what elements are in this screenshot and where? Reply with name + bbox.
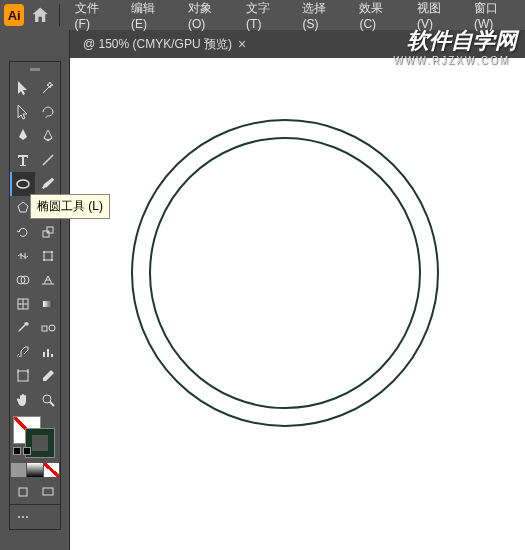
eyedropper-tool[interactable] [10,316,35,340]
svg-point-29 [18,516,20,518]
svg-rect-5 [47,227,53,233]
swap-default-icons[interactable] [13,447,31,455]
type-tool[interactable] [10,148,35,172]
tooltip: 椭圆工具 (L) [30,194,110,219]
color-mode-solid[interactable] [11,463,26,477]
rotate-tool[interactable] [10,220,35,244]
color-mode-none[interactable] [44,463,59,477]
app-logo: Ai [4,4,24,26]
home-icon[interactable] [30,4,50,26]
panel-grip[interactable] [10,62,60,76]
paintbrush-tool[interactable] [35,172,60,196]
svg-rect-17 [42,326,47,331]
pen-tool[interactable] [10,124,35,148]
menu-select[interactable]: 选择(S) [295,0,346,33]
column-graph-tool[interactable] [35,340,60,364]
fill-stroke-swatch[interactable] [10,412,60,462]
magic-wand-tool[interactable] [35,76,60,100]
free-transform-tool[interactable] [35,244,60,268]
edit-toolbar-icon[interactable] [10,505,35,529]
svg-point-31 [26,516,28,518]
perspective-grid-tool[interactable] [35,268,60,292]
svg-rect-22 [18,371,28,381]
tools-panel [10,62,60,529]
svg-point-25 [43,395,51,403]
lasso-tool[interactable] [35,100,60,124]
ellipse-tool[interactable] [10,172,35,196]
svg-point-30 [22,516,24,518]
watermark-url: WWW.RJZXW.COM [393,55,510,66]
shape-builder-tool[interactable] [10,268,35,292]
zoom-tool[interactable] [35,388,60,412]
scale-tool[interactable] [35,220,60,244]
svg-point-0 [132,120,438,426]
artwork [130,118,450,438]
svg-point-8 [51,251,53,253]
line-segment-tool[interactable] [35,148,60,172]
svg-rect-6 [44,252,52,260]
hand-tool[interactable] [10,388,35,412]
menu-edit[interactable]: 编辑(E) [124,0,175,33]
svg-point-10 [51,259,53,261]
svg-point-1 [150,138,420,408]
color-mode-gradient[interactable] [27,463,42,477]
svg-rect-27 [19,488,27,496]
svg-rect-20 [47,349,49,357]
draw-normal-icon[interactable] [10,480,35,504]
slice-tool[interactable] [35,364,60,388]
width-tool[interactable] [10,244,35,268]
svg-point-7 [43,251,45,253]
svg-point-9 [43,259,45,261]
canvas[interactable] [70,58,525,550]
svg-rect-21 [51,354,53,357]
svg-rect-19 [43,352,45,357]
menu-effect[interactable]: 效果(C) [352,0,404,33]
blend-tool[interactable] [35,316,60,340]
watermark-text: 软件自学网 [407,30,517,52]
svg-rect-16 [43,301,53,307]
svg-point-3 [17,180,29,188]
screen-mode-icon[interactable] [35,480,60,504]
selection-tool[interactable] [10,76,35,100]
svg-line-2 [43,155,53,165]
menu-object[interactable]: 对象(O) [181,0,233,33]
svg-line-26 [50,402,54,406]
menu-type[interactable]: 文字(T) [239,0,289,33]
mesh-tool[interactable] [10,292,35,316]
close-icon[interactable]: × [238,36,246,52]
menubar: Ai 文件(F) 编辑(E) 对象(O) 文字(T) 选择(S) 效果(C) 视… [0,0,525,30]
curvature-tool[interactable] [35,124,60,148]
gradient-tool[interactable] [35,292,60,316]
edit-toolbar[interactable] [10,504,60,529]
menu-file[interactable]: 文件(F) [68,0,118,33]
document-tab[interactable]: @ 150% (CMYK/GPU 预览) × [75,30,254,58]
symbol-sprayer-tool[interactable] [10,340,35,364]
color-mode-row [10,462,60,480]
document-tab-label: @ 150% (CMYK/GPU 预览) [83,36,232,53]
svg-point-18 [49,325,55,331]
svg-rect-28 [43,488,53,495]
artboard-tool[interactable] [10,364,35,388]
direct-selection-tool[interactable] [10,100,35,124]
menu-separator [59,4,60,26]
svg-rect-4 [43,231,49,237]
